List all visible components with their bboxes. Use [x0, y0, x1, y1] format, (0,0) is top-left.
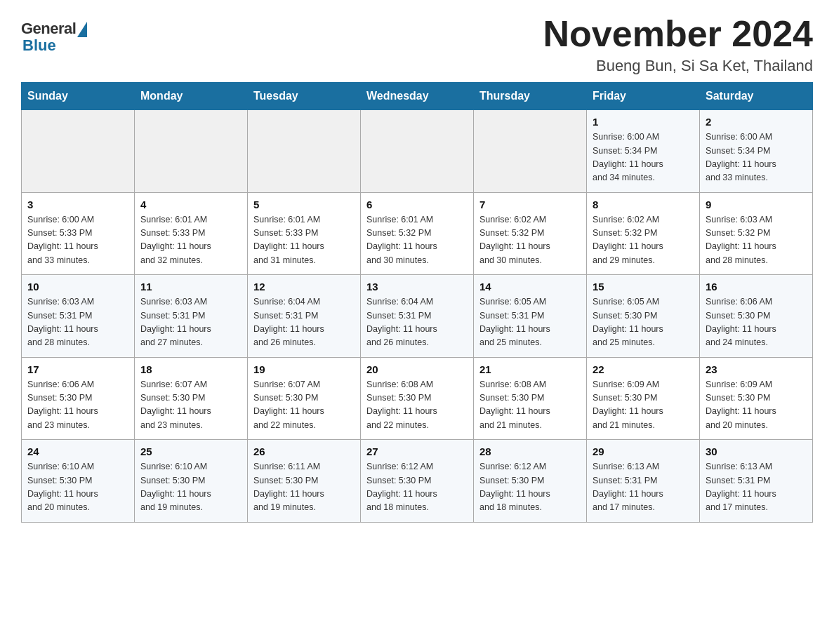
calendar-cell: 18Sunrise: 6:07 AMSunset: 5:30 PMDayligh…: [135, 357, 248, 440]
calendar-cell: [248, 110, 361, 193]
day-info: Sunrise: 6:06 AMSunset: 5:30 PMDaylight:…: [706, 295, 807, 350]
day-info: Sunrise: 6:06 AMSunset: 5:30 PMDaylight:…: [27, 378, 128, 433]
weekday-header-tuesday: Tuesday: [248, 83, 361, 110]
calendar-cell: 10Sunrise: 6:03 AMSunset: 5:31 PMDayligh…: [22, 275, 135, 358]
day-number: 9: [706, 199, 807, 210]
logo: General Blue: [21, 20, 87, 55]
calendar-cell: 12Sunrise: 6:04 AMSunset: 5:31 PMDayligh…: [248, 275, 361, 358]
day-info: Sunrise: 6:10 AMSunset: 5:30 PMDaylight:…: [27, 460, 128, 515]
day-number: 7: [479, 199, 581, 210]
day-info: Sunrise: 6:01 AMSunset: 5:32 PMDaylight:…: [366, 213, 468, 268]
day-info: Sunrise: 6:10 AMSunset: 5:30 PMDaylight:…: [140, 460, 241, 515]
calendar-cell: 17Sunrise: 6:06 AMSunset: 5:30 PMDayligh…: [22, 357, 135, 440]
day-number: 4: [140, 199, 241, 210]
calendar-cell: 13Sunrise: 6:04 AMSunset: 5:31 PMDayligh…: [361, 275, 474, 358]
day-info: Sunrise: 6:09 AMSunset: 5:30 PMDaylight:…: [706, 378, 807, 433]
calendar-cell: [22, 110, 135, 193]
calendar-cell: 29Sunrise: 6:13 AMSunset: 5:31 PMDayligh…: [587, 440, 700, 523]
day-number: 29: [593, 445, 694, 457]
day-number: 25: [140, 445, 241, 457]
calendar-cell: 6Sunrise: 6:01 AMSunset: 5:32 PMDaylight…: [361, 192, 474, 275]
weekday-header-saturday: Saturday: [700, 83, 813, 110]
day-number: 1: [593, 116, 694, 128]
day-info: Sunrise: 6:03 AMSunset: 5:31 PMDaylight:…: [27, 295, 128, 350]
day-info: Sunrise: 6:03 AMSunset: 5:32 PMDaylight:…: [706, 213, 807, 268]
day-info: Sunrise: 6:02 AMSunset: 5:32 PMDaylight:…: [479, 213, 581, 268]
calendar-week-row: 3Sunrise: 6:00 AMSunset: 5:33 PMDaylight…: [22, 192, 813, 275]
calendar-cell: 30Sunrise: 6:13 AMSunset: 5:31 PMDayligh…: [700, 440, 813, 523]
calendar-table: SundayMondayTuesdayWednesdayThursdayFrid…: [21, 82, 813, 523]
day-number: 6: [366, 199, 468, 210]
day-number: 5: [253, 199, 355, 210]
calendar-week-row: 24Sunrise: 6:10 AMSunset: 5:30 PMDayligh…: [22, 440, 813, 523]
calendar-cell: [361, 110, 474, 193]
day-number: 2: [706, 116, 807, 128]
day-info: Sunrise: 6:05 AMSunset: 5:31 PMDaylight:…: [479, 295, 581, 350]
day-number: 11: [140, 281, 241, 293]
calendar-cell: [135, 110, 248, 193]
day-number: 30: [706, 445, 807, 457]
location-subtitle: Bueng Bun, Si Sa Ket, Thailand: [543, 57, 813, 75]
calendar-week-row: 1Sunrise: 6:00 AMSunset: 5:34 PMDaylight…: [22, 110, 813, 193]
calendar-week-row: 10Sunrise: 6:03 AMSunset: 5:31 PMDayligh…: [22, 275, 813, 358]
calendar-cell: 26Sunrise: 6:11 AMSunset: 5:30 PMDayligh…: [248, 440, 361, 523]
day-number: 17: [27, 363, 128, 375]
day-info: Sunrise: 6:04 AMSunset: 5:31 PMDaylight:…: [253, 295, 355, 350]
calendar-week-row: 17Sunrise: 6:06 AMSunset: 5:30 PMDayligh…: [22, 357, 813, 440]
calendar-cell: 1Sunrise: 6:00 AMSunset: 5:34 PMDaylight…: [587, 110, 700, 193]
calendar-cell: 4Sunrise: 6:01 AMSunset: 5:33 PMDaylight…: [135, 192, 248, 275]
day-info: Sunrise: 6:01 AMSunset: 5:33 PMDaylight:…: [140, 213, 241, 268]
weekday-header-friday: Friday: [587, 83, 700, 110]
day-info: Sunrise: 6:07 AMSunset: 5:30 PMDaylight:…: [253, 378, 355, 433]
day-number: 23: [706, 363, 807, 375]
day-info: Sunrise: 6:09 AMSunset: 5:30 PMDaylight:…: [593, 378, 694, 433]
day-info: Sunrise: 6:13 AMSunset: 5:31 PMDaylight:…: [706, 460, 807, 515]
calendar-cell: 8Sunrise: 6:02 AMSunset: 5:32 PMDaylight…: [587, 192, 700, 275]
calendar-header-row: SundayMondayTuesdayWednesdayThursdayFrid…: [22, 83, 813, 110]
day-info: Sunrise: 6:00 AMSunset: 5:33 PMDaylight:…: [27, 213, 128, 268]
calendar-cell: 9Sunrise: 6:03 AMSunset: 5:32 PMDaylight…: [700, 192, 813, 275]
day-info: Sunrise: 6:05 AMSunset: 5:30 PMDaylight:…: [593, 295, 694, 350]
calendar-cell: 24Sunrise: 6:10 AMSunset: 5:30 PMDayligh…: [22, 440, 135, 523]
calendar-cell: 21Sunrise: 6:08 AMSunset: 5:30 PMDayligh…: [474, 357, 587, 440]
day-number: 10: [27, 281, 128, 293]
calendar-cell: [474, 110, 587, 193]
calendar-cell: 2Sunrise: 6:00 AMSunset: 5:34 PMDaylight…: [700, 110, 813, 193]
logo-general-text: General: [21, 20, 76, 38]
page-header: General Blue November 2024 Bueng Bun, Si…: [21, 14, 813, 75]
weekday-header-monday: Monday: [135, 83, 248, 110]
day-number: 19: [253, 363, 355, 375]
logo-arrow-icon: [77, 22, 87, 37]
day-info: Sunrise: 6:04 AMSunset: 5:31 PMDaylight:…: [366, 295, 468, 350]
calendar-cell: 25Sunrise: 6:10 AMSunset: 5:30 PMDayligh…: [135, 440, 248, 523]
calendar-cell: 14Sunrise: 6:05 AMSunset: 5:31 PMDayligh…: [474, 275, 587, 358]
day-info: Sunrise: 6:13 AMSunset: 5:31 PMDaylight:…: [593, 460, 694, 515]
day-number: 27: [366, 445, 468, 457]
calendar-cell: 23Sunrise: 6:09 AMSunset: 5:30 PMDayligh…: [700, 357, 813, 440]
day-number: 15: [593, 281, 694, 293]
weekday-header-thursday: Thursday: [474, 83, 587, 110]
day-number: 18: [140, 363, 241, 375]
calendar-cell: 22Sunrise: 6:09 AMSunset: 5:30 PMDayligh…: [587, 357, 700, 440]
calendar-cell: 7Sunrise: 6:02 AMSunset: 5:32 PMDaylight…: [474, 192, 587, 275]
weekday-header-sunday: Sunday: [22, 83, 135, 110]
day-number: 21: [479, 363, 581, 375]
day-number: 16: [706, 281, 807, 293]
logo-blue-text: Blue: [21, 36, 56, 55]
day-info: Sunrise: 6:08 AMSunset: 5:30 PMDaylight:…: [366, 378, 468, 433]
calendar-cell: 20Sunrise: 6:08 AMSunset: 5:30 PMDayligh…: [361, 357, 474, 440]
day-number: 20: [366, 363, 468, 375]
day-number: 8: [593, 199, 694, 210]
calendar-cell: 5Sunrise: 6:01 AMSunset: 5:33 PMDaylight…: [248, 192, 361, 275]
day-info: Sunrise: 6:07 AMSunset: 5:30 PMDaylight:…: [140, 378, 241, 433]
calendar-cell: 15Sunrise: 6:05 AMSunset: 5:30 PMDayligh…: [587, 275, 700, 358]
calendar-cell: 27Sunrise: 6:12 AMSunset: 5:30 PMDayligh…: [361, 440, 474, 523]
calendar-cell: 11Sunrise: 6:03 AMSunset: 5:31 PMDayligh…: [135, 275, 248, 358]
day-info: Sunrise: 6:00 AMSunset: 5:34 PMDaylight:…: [706, 130, 807, 185]
title-block: November 2024 Bueng Bun, Si Sa Ket, Thai…: [543, 14, 813, 75]
day-number: 28: [479, 445, 581, 457]
day-number: 26: [253, 445, 355, 457]
day-number: 24: [27, 445, 128, 457]
weekday-header-wednesday: Wednesday: [361, 83, 474, 110]
day-info: Sunrise: 6:02 AMSunset: 5:32 PMDaylight:…: [593, 213, 694, 268]
